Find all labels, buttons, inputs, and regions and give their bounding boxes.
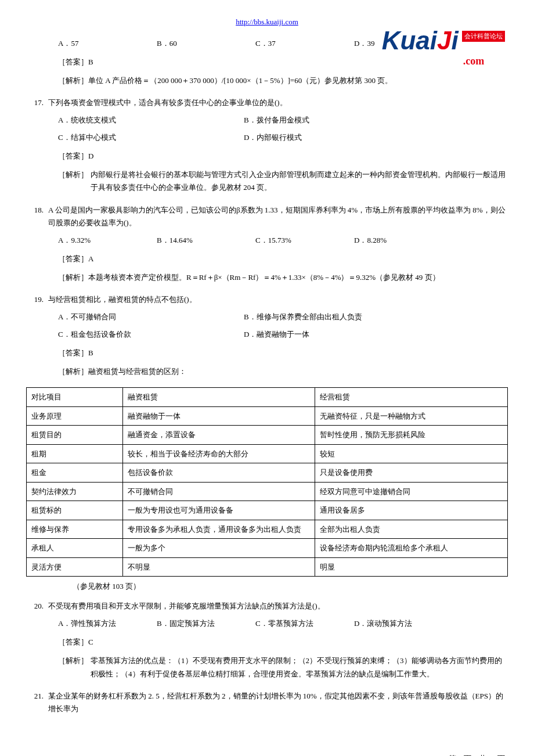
q20-num: 20. xyxy=(26,600,48,613)
question-20: 20. 不受现有费用项目和开支水平限制，并能够克服增量预算方法缺点的预算方法是(… xyxy=(26,600,508,680)
th-c1: 对比项目 xyxy=(27,388,123,407)
table-row: 业务原理融资融物于一体无融资特征，只是一种融物方式 xyxy=(27,406,508,426)
table-row: 契约法律效力不可撤销合同经双方同意可中途撤销合同 xyxy=(27,482,508,501)
question-18: 18. A 公司是国内一家极具影响力的汽车公司，已知该公司的β系数为 1.33，… xyxy=(26,204,508,284)
q19-analysis-intro: ［解析］融资租赁与经营租赁的区别： xyxy=(26,365,508,378)
q16-analysis: ［解析］单位 A 产品价格＝（200 000＋370 000）/[10 000×… xyxy=(26,74,508,87)
question-21: 21. 某企业某年的财务杠杆系数为 2. 5，经营杠杆系数为 2，销量的计划增长… xyxy=(26,690,508,715)
comparison-table: 对比项目 融资租赁 经营租赁 业务原理融资融物于一体无融资特征，只是一种融物方式… xyxy=(26,387,508,577)
q18-num: 18. xyxy=(26,204,48,229)
table-row: 租金包括设备价款只是设备使用费 xyxy=(27,463,508,483)
site-logo: KuaiJi 会计科普论坛 .com xyxy=(382,26,505,67)
q19-opt-c: C．租金包括设备价款 xyxy=(58,329,244,340)
q21-text: 某企业某年的财务杠杆系数为 2. 5，经营杠杆系数为 2，销量的计划增长率为 1… xyxy=(48,690,508,715)
q18-text: A 公司是国内一家极具影响力的汽车公司，已知该公司的β系数为 1.33，短期国库… xyxy=(48,204,508,229)
q18-opt-a: A．9.32% xyxy=(58,235,157,246)
table-row: 承租人一般为多个设备经济寿命期内轮流租给多个承租人 xyxy=(27,539,508,558)
q20-analysis: 零基预算方法的优点是：（1）不受现有费用开支水平的限制；（2）不受现行预算的束缚… xyxy=(91,654,508,680)
q19-answer: ［答案］B xyxy=(26,347,508,359)
q17-opt-d: D．内部银行模式 xyxy=(244,132,430,143)
th-c3: 经营租赁 xyxy=(315,388,508,407)
page-footer: 第 4 页，共 73 页 xyxy=(0,748,534,756)
q20-opt-c: C．零基预算方法 xyxy=(255,618,354,629)
question-17: 17. 下列各项资金管理模式中，适合具有较多责任中心的企事业单位的是()。 A．… xyxy=(26,96,508,194)
header-link: http://bbs.kuaiji.com xyxy=(26,17,508,27)
q16-opt-b: B．60 xyxy=(157,38,255,49)
q18-opt-c: C．15.73% xyxy=(255,235,354,246)
q17-num: 17. xyxy=(26,96,48,109)
q20-text: 不受现有费用项目和开支水平限制，并能够克服增量预算方法缺点的预算方法是()。 xyxy=(48,600,508,613)
q17-analysis-label: ［解析］ xyxy=(58,168,88,194)
q19-table-note: （参见教材 103 页） xyxy=(26,581,508,592)
q16-opt-a: A．57 xyxy=(58,38,157,49)
th-c2: 融资租赁 xyxy=(122,388,315,407)
table-row: 租赁标的一般为专用设也可为通用设备备通用设备居多 xyxy=(27,501,508,520)
q19-text: 与经营租赁相比，融资租赁的特点不包括()。 xyxy=(48,293,508,306)
table-row: 维修与保养专用设备多为承租人负责，通用设备多为出租人负责全部为出租人负责 xyxy=(27,520,508,539)
q21-num: 21. xyxy=(26,690,48,715)
q17-opt-c: C．结算中心模式 xyxy=(58,132,244,143)
q18-answer: ［答案］A xyxy=(26,253,508,265)
q20-opt-a: A．弹性预算方法 xyxy=(58,618,157,629)
q19-num: 19. xyxy=(26,293,48,306)
logo-badge: 会计科普论坛 xyxy=(462,31,505,42)
q19-opt-a: A．不可撤销合同 xyxy=(58,312,244,322)
q18-analysis: ［解析］本题考核资本资产定价模型。R＝Rf＋β×（Rm－Rf）＝4%＋1.33×… xyxy=(26,271,508,284)
q20-answer: ［答案］C xyxy=(26,636,508,649)
q20-opt-d: D．滚动预算方法 xyxy=(354,618,453,629)
q17-text: 下列各项资金管理模式中，适合具有较多责任中心的企事业单位的是()。 xyxy=(48,96,508,109)
q17-opt-a: A．统收统支模式 xyxy=(58,115,244,125)
q18-opt-b: B．14.64% xyxy=(157,235,255,246)
q18-opt-d: D．8.28% xyxy=(354,235,453,246)
q17-answer: ［答案］D xyxy=(26,150,508,163)
table-header-row: 对比项目 融资租赁 经营租赁 xyxy=(27,388,508,407)
table-row: 灵活方便不明显明显 xyxy=(27,557,508,577)
logo-suffix: .com xyxy=(463,55,484,67)
q19-opt-d: D．融资融物于一体 xyxy=(244,329,430,340)
question-19: 19. 与经营租赁相比，融资租赁的特点不包括()。 A．不可撤销合同 B．维修与… xyxy=(26,293,508,378)
q20-opt-b: B．固定预算方法 xyxy=(157,618,255,629)
q17-analysis: 内部银行是将社会银行的基本职能与管理方式引入企业内部管理机制而建立起来的一种内部… xyxy=(91,168,508,194)
table-row: 租期较长，相当于设备经济寿命的大部分较短 xyxy=(27,444,508,463)
table-row: 租赁目的融通资金，添置设备暂时性使用，预防无形损耗风险 xyxy=(27,426,508,445)
q17-opt-b: B．拨付备用金模式 xyxy=(244,115,430,125)
q16-opt-c: C．37 xyxy=(255,38,354,49)
q19-opt-b: B．维修与保养费全部由出租人负责 xyxy=(244,312,430,322)
source-url[interactable]: http://bbs.kuaiji.com xyxy=(236,17,298,26)
q20-analysis-label: ［解析］ xyxy=(58,654,88,680)
